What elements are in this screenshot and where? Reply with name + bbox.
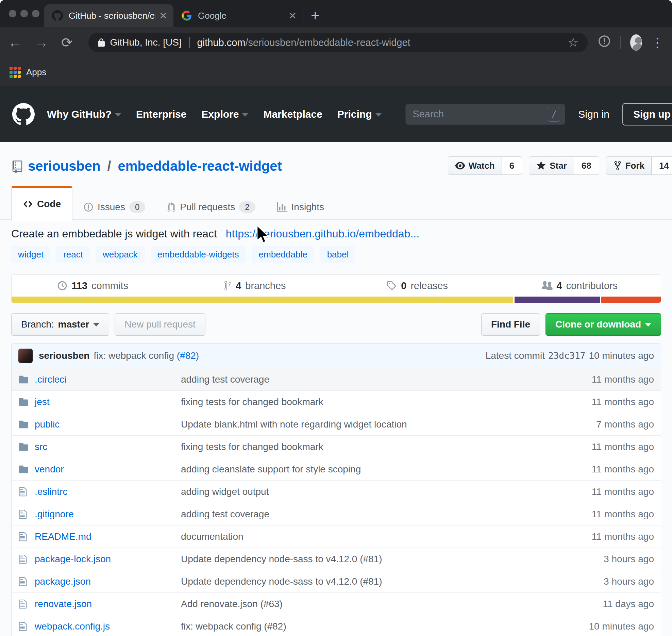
topic-tag[interactable]: embeddable-widgets	[151, 246, 246, 263]
repo-website-link[interactable]: https://seriousben.github.io/embeddab...	[226, 228, 419, 240]
language-bar[interactable]	[12, 297, 661, 303]
star-icon	[536, 161, 546, 171]
file-link[interactable]: .eslintrc	[35, 486, 181, 497]
language-segment-javascript	[12, 297, 513, 303]
tab-title: GitHub - seriousben/embeddab	[69, 11, 155, 21]
stat-branches[interactable]: 4branches	[174, 280, 336, 291]
file-link[interactable]: webpack.config.js	[35, 621, 181, 632]
branch-selector[interactable]: Branch:master	[11, 313, 109, 336]
commit-message-link[interactable]: adding test coverage	[181, 374, 592, 385]
nav-explore[interactable]: Explore	[201, 108, 248, 120]
topic-tag[interactable]: embeddable	[252, 246, 314, 263]
forward-button[interactable]: →	[35, 36, 48, 49]
tab-pull-requests[interactable]: Pull requests 2	[156, 194, 266, 220]
reload-button[interactable]: ⟳	[61, 36, 73, 49]
watch-button[interactable]: Watch	[448, 156, 502, 175]
star-count[interactable]: 68	[574, 156, 599, 175]
minimize-window-button[interactable]	[20, 10, 28, 17]
history-icon	[57, 281, 67, 291]
stat-contributors[interactable]: 4contributors	[499, 280, 661, 291]
fork-button[interactable]: Fork	[606, 156, 652, 175]
watch-count[interactable]: 6	[502, 156, 522, 175]
folder-icon	[18, 397, 35, 407]
clone-or-download-button[interactable]: Clone or download	[545, 313, 661, 336]
table-row: package.json Update dependency node-sass…	[12, 570, 661, 592]
github-header: Why GitHub? Enterprise Explore Marketpla…	[0, 86, 672, 142]
new-pull-request-button[interactable]: New pull request	[115, 313, 205, 336]
file-link[interactable]: vendor	[35, 464, 181, 475]
commit-sha-link[interactable]: 23dc317	[548, 351, 586, 361]
commit-message-link[interactable]: fixing tests for changed bookmark	[181, 441, 592, 452]
commit-message-link[interactable]: adding cleanslate support for style scop…	[181, 464, 592, 475]
stat-commits[interactable]: 113commits	[12, 280, 174, 291]
repo-owner-link[interactable]: seriousben	[28, 158, 100, 174]
nav-why-github[interactable]: Why GitHub?	[47, 108, 121, 120]
browser-tab-github[interactable]: GitHub - seriousben/embeddab ✕	[44, 4, 173, 27]
commit-message-link[interactable]: Update dependency node-sass to v4.12.0 (…	[181, 576, 604, 587]
address-bar[interactable]: GitHub, Inc. [US] github.com /seriousben…	[88, 33, 588, 52]
new-tab-button[interactable]: +	[311, 9, 320, 22]
commit-message-link[interactable]: adding widget output	[181, 486, 592, 497]
table-row: jest fixing tests for changed bookmark 1…	[12, 390, 661, 413]
tab-close-icon[interactable]: ✕	[289, 10, 297, 21]
topic-tag[interactable]: react	[56, 246, 90, 263]
file-link[interactable]: package.json	[35, 576, 181, 587]
repo-name-link[interactable]: embeddable-react-widget	[118, 158, 282, 174]
latest-commit-label: Latest commit	[486, 350, 545, 361]
nav-enterprise[interactable]: Enterprise	[136, 108, 186, 120]
topic-tag[interactable]: babel	[320, 246, 356, 263]
github-logo-icon[interactable]	[12, 103, 35, 125]
commit-message-link[interactable]: adding test coverage	[181, 509, 592, 520]
tab-code[interactable]: Code	[11, 186, 72, 221]
browser-menu-icon[interactable]: ⋮	[651, 35, 664, 50]
tab-insights[interactable]: Insights	[266, 194, 335, 220]
file-link[interactable]: .circleci	[35, 374, 181, 385]
file-link[interactable]: src	[35, 441, 181, 452]
apps-shortcut[interactable]: Apps	[26, 67, 46, 78]
commit-message-link[interactable]: fix: webpack config (#82)	[181, 621, 589, 632]
sign-in-link[interactable]: Sign in	[578, 108, 609, 120]
file-link[interactable]: renovate.json	[35, 599, 181, 609]
zoom-window-button[interactable]	[32, 10, 39, 17]
commit-author-link[interactable]: seriousben	[39, 350, 89, 361]
commit-message-link[interactable]: Update blank.html with note regarding wi…	[181, 419, 596, 430]
page-info-icon[interactable]	[598, 35, 611, 50]
find-file-button[interactable]: Find File	[481, 313, 540, 336]
tab-issues[interactable]: Issues 0	[72, 194, 156, 220]
browser-profile-avatar[interactable]	[630, 34, 642, 51]
topic-tag[interactable]: widget	[11, 246, 50, 263]
window-controls[interactable]	[9, 10, 39, 17]
file-link[interactable]: README.md	[35, 531, 181, 542]
security-label[interactable]: GitHub, Inc. [US]	[110, 37, 182, 48]
file-link[interactable]: public	[35, 419, 181, 430]
nav-pricing[interactable]: Pricing	[337, 108, 382, 120]
browser-tab-google[interactable]: Google ✕	[173, 4, 303, 27]
search-input[interactable]	[413, 108, 548, 120]
avatar[interactable]	[18, 349, 33, 363]
file-link[interactable]: .gitignore	[35, 509, 181, 520]
commit-message-link[interactable]: documentation	[181, 531, 592, 542]
sign-up-button[interactable]: Sign up	[622, 103, 672, 125]
file-age: 11 months ago	[592, 464, 654, 475]
pull-request-icon	[167, 202, 176, 212]
file-link[interactable]: package-lock.json	[35, 554, 181, 565]
repo-description-row: Create an embbedable js widget with reac…	[11, 228, 661, 240]
stat-releases[interactable]: 0releases	[336, 280, 499, 291]
tab-close-icon[interactable]: ✕	[159, 10, 167, 21]
bookmark-star-icon[interactable]: ☆	[568, 35, 578, 50]
topic-tag[interactable]: webpack	[96, 246, 145, 263]
star-button[interactable]: Star	[529, 156, 574, 175]
commit-message-link[interactable]: fixing tests for changed bookmark	[181, 397, 592, 407]
file-link[interactable]: jest	[35, 397, 181, 407]
nav-marketplace[interactable]: Marketplace	[263, 108, 322, 120]
repo-description: Create an embbedable js widget with reac…	[11, 228, 217, 240]
github-search-box[interactable]: /	[405, 104, 565, 125]
commit-pr-link[interactable]: #82	[180, 350, 196, 361]
commit-message-link[interactable]: Update dependency node-sass to v4.12.0 (…	[181, 554, 604, 565]
close-window-button[interactable]	[9, 10, 16, 17]
branch-icon	[224, 280, 232, 291]
repo-social-actions: Watch 6 Star 68 Fork 14	[448, 156, 672, 175]
commit-message-link[interactable]: Add renovate.json (#63)	[181, 599, 603, 609]
fork-count[interactable]: 14	[652, 156, 672, 175]
back-button[interactable]: ←	[8, 36, 22, 49]
